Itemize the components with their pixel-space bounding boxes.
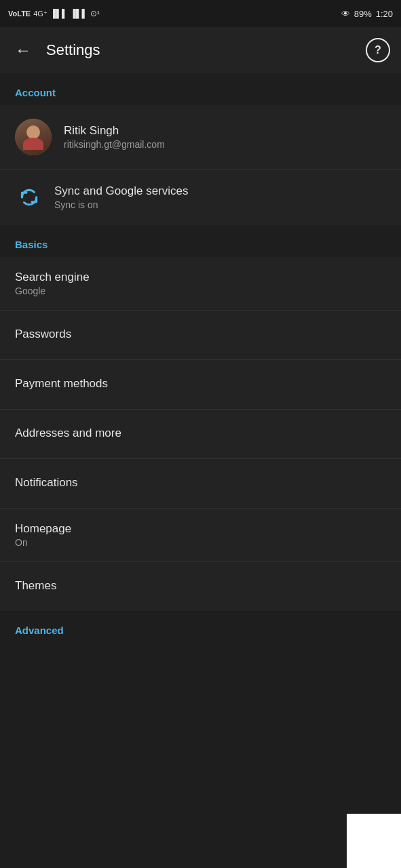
help-button[interactable]: ? (366, 38, 390, 62)
addresses-item[interactable]: Addresses and more (0, 410, 401, 458)
avatar-image (15, 119, 52, 155)
user-info: Ritik Singh ritiksingh.gt@gmail.com (64, 124, 386, 150)
battery-icon: 89% (354, 9, 372, 19)
eye-icon: 👁 (341, 9, 350, 19)
basics-section-label: Basics (0, 225, 401, 257)
user-profile-item[interactable]: Ritik Singh ritiksingh.gt@gmail.com (0, 105, 401, 169)
addresses-title: Addresses and more (15, 427, 386, 440)
addresses-content: Addresses and more (15, 427, 386, 441)
advanced-section: Advanced (0, 611, 401, 643)
search-engine-item[interactable]: Search engine Google (0, 257, 401, 310)
notifications-content: Notifications (15, 476, 386, 491)
search-engine-title: Search engine (15, 271, 386, 284)
help-icon: ? (375, 44, 381, 56)
network-4g-icon: 4G⁺ (33, 9, 47, 18)
status-bar: VoLTE 4G⁺ ▐▌▌ ▐▌▌ ⊙¹ 👁 89% 1:20 (0, 0, 401, 27)
user-email: ritiksingh.gt@gmail.com (64, 139, 386, 150)
page-title: Settings (46, 41, 100, 59)
app-bar: ← Settings ? (0, 27, 401, 73)
avatar (15, 119, 52, 155)
back-button[interactable]: ← (11, 38, 35, 62)
sync-icon (18, 186, 40, 208)
notifications-item[interactable]: Notifications (0, 459, 401, 508)
payment-methods-title: Payment methods (15, 377, 386, 391)
passwords-title: Passwords (15, 328, 386, 341)
homepage-item[interactable]: Homepage On (0, 509, 401, 561)
basics-section: Basics Search engine Google Passwords Pa… (0, 225, 401, 611)
homepage-title: Homepage (15, 522, 386, 536)
themes-title: Themes (15, 579, 386, 593)
app-bar-left: ← Settings (11, 38, 100, 62)
account-section-label: Account (0, 73, 401, 105)
themes-content: Themes (15, 579, 386, 594)
sync-title: Sync and Google services (54, 184, 386, 198)
sync-item-content: Sync and Google services Sync is on (54, 184, 386, 210)
sync-subtitle: Sync is on (54, 199, 386, 210)
volte-icon: VoLTE (8, 9, 31, 18)
status-right: 👁 89% 1:20 (341, 9, 393, 19)
account-section: Account Ritik Singh ritiksingh.gt@gmail.… (0, 73, 401, 225)
avatar-body (23, 138, 43, 150)
status-left: VoLTE 4G⁺ ▐▌▌ ▐▌▌ ⊙¹ (8, 9, 100, 18)
sync-services-item[interactable]: Sync and Google services Sync is on (0, 170, 401, 225)
wifi-icon: ⊙¹ (90, 9, 100, 18)
homepage-content: Homepage On (15, 522, 386, 548)
payment-methods-content: Payment methods (15, 377, 386, 392)
search-engine-value: Google (15, 285, 386, 296)
search-engine-content: Search engine Google (15, 271, 386, 296)
homepage-value: On (15, 537, 386, 548)
sync-icon-wrap (15, 183, 43, 212)
advanced-section-label: Advanced (0, 611, 401, 643)
passwords-item[interactable]: Passwords (0, 311, 401, 359)
passwords-content: Passwords (15, 328, 386, 342)
themes-item[interactable]: Themes (0, 562, 401, 611)
signal-bars-icon: ▐▌▌ (50, 9, 68, 18)
time-display: 1:20 (376, 9, 393, 19)
payment-methods-item[interactable]: Payment methods (0, 360, 401, 409)
user-name: Ritik Singh (64, 124, 386, 138)
signal-bars2-icon: ▐▌▌ (70, 9, 88, 18)
avatar-head (26, 125, 40, 139)
back-arrow-icon: ← (15, 41, 31, 60)
notifications-title: Notifications (15, 476, 386, 490)
bottom-overlay (347, 814, 401, 868)
